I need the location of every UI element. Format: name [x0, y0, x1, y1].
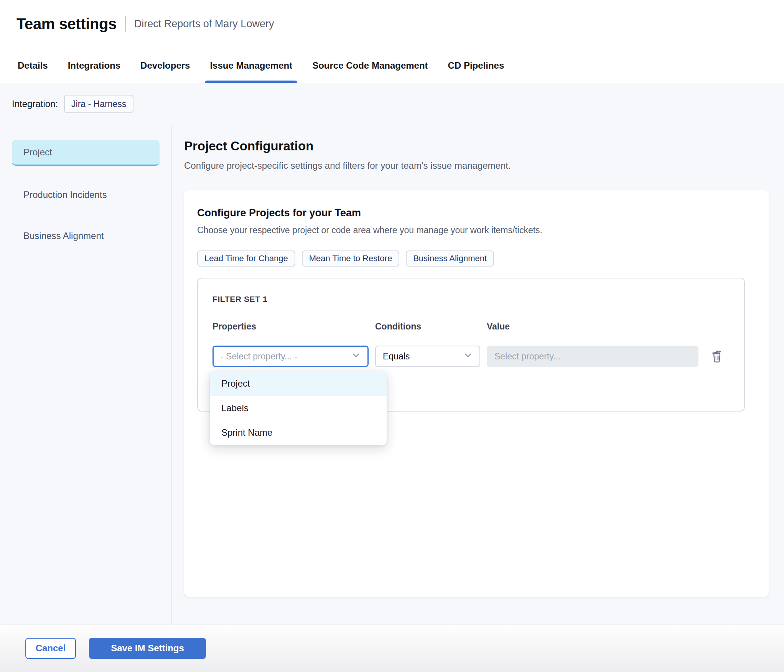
column-header-properties: Properties: [212, 321, 369, 332]
content-area: Integration: Jira - Harness Project Prod…: [0, 83, 784, 624]
condition-select[interactable]: Equals: [375, 346, 480, 367]
tab-cd-pipelines[interactable]: CD Pipelines: [448, 48, 504, 83]
property-select-placeholder: - Select property... -: [221, 351, 297, 362]
column-header-value: Value: [487, 321, 698, 332]
integration-label: Integration:: [12, 99, 58, 109]
settings-sidebar: Project Production Incidents Business Al…: [0, 125, 172, 624]
metric-chip-group: Lead Time for Change Mean Time to Restor…: [197, 250, 756, 267]
delete-filter-button[interactable]: [711, 349, 724, 364]
dropdown-option-project[interactable]: Project: [210, 371, 387, 396]
team-name-subtitle: Direct Reports of Mary Lowery: [134, 18, 274, 30]
chip-mean-time-to-restore[interactable]: Mean Time to Restore: [302, 250, 399, 267]
integration-chip-jira-harness[interactable]: Jira - Harness: [64, 95, 133, 113]
chip-lead-time-for-change[interactable]: Lead Time for Change: [197, 250, 295, 267]
tab-developers[interactable]: Developers: [140, 48, 190, 83]
chip-business-alignment[interactable]: Business Alignment: [406, 250, 494, 267]
sidebar-item-business-alignment[interactable]: Business Alignment: [12, 224, 160, 248]
filter-controls-row: - Select property... - Equals Select pro…: [212, 346, 730, 367]
condition-select-value: Equals: [383, 351, 410, 362]
section-subtitle: Configure project-specific settings and …: [184, 160, 769, 171]
card-subtitle: Choose your respective project or code a…: [197, 225, 756, 236]
filter-set-box: FILTER SET 1 Properties Conditions Value…: [197, 278, 745, 412]
card-title: Configure Projects for your Team: [197, 207, 756, 219]
tab-details[interactable]: Details: [18, 48, 48, 83]
configure-projects-card: Configure Projects for your Team Choose …: [184, 190, 769, 597]
sidebar-item-project[interactable]: Project: [12, 140, 160, 166]
chevron-down-icon: [351, 350, 361, 363]
page-title: Team settings: [16, 15, 117, 33]
property-select[interactable]: - Select property... -: [212, 346, 369, 367]
dropdown-option-sprint-name[interactable]: Sprint Name: [210, 420, 387, 445]
cancel-button[interactable]: Cancel: [25, 638, 76, 659]
tab-source-code-management[interactable]: Source Code Management: [312, 48, 428, 83]
sidebar-item-production-incidents[interactable]: Production Incidents: [12, 183, 160, 207]
filter-set-title: FILTER SET 1: [212, 295, 730, 304]
dropdown-option-labels[interactable]: Labels: [210, 396, 387, 420]
section-title: Project Configuration: [184, 139, 769, 153]
tab-integrations[interactable]: Integrations: [68, 48, 120, 83]
title-divider: [125, 16, 126, 32]
tab-issue-management[interactable]: Issue Management: [210, 48, 292, 83]
page-header: Team settings Direct Reports of Mary Low…: [0, 0, 784, 48]
trash-icon: [711, 359, 724, 365]
filter-column-headers: Properties Conditions Value: [212, 321, 730, 332]
footer-action-bar: Cancel Save IM Settings: [0, 624, 784, 672]
save-im-settings-button[interactable]: Save IM Settings: [89, 638, 206, 659]
column-header-conditions: Conditions: [375, 321, 480, 332]
main-panel: Project Configuration Configure project-…: [172, 125, 784, 624]
integration-row: Integration: Jira - Harness: [0, 83, 784, 125]
settings-tab-bar: Details Integrations Developers Issue Ma…: [0, 48, 784, 83]
property-dropdown-menu: Project Labels Sprint Name: [210, 371, 387, 445]
value-input[interactable]: Select property...: [487, 346, 698, 367]
chevron-down-icon: [463, 350, 473, 363]
